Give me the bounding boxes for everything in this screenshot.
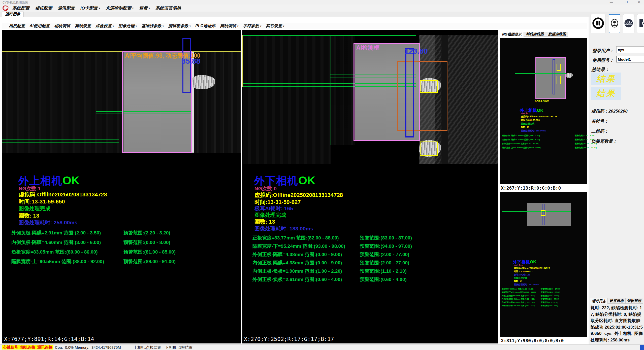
mini-measurement: 隔膜宽度-下=95.24mm 范围:(93.00 - 98.00)	[502, 291, 536, 294]
model-input[interactable]	[616, 56, 644, 62]
dropdown-arrow-icon: ▾	[113, 25, 114, 27]
model-label: 使用型号：	[592, 57, 614, 63]
tool-ai-use-config[interactable]: AI使用配置	[27, 23, 52, 29]
close-button[interactable]: ✕	[634, 0, 644, 5]
toolbar-grip	[3, 24, 5, 28]
mini-measurement: 外侧正极-负极=2.61mm 范围:(0.60 - 4.00)	[502, 304, 535, 307]
total-result-label: 总结果：	[591, 66, 609, 73]
comm-link-status-badge: 通讯连接	[36, 345, 53, 349]
log-tabs: 运行日志 设置日志 错误日志	[590, 298, 643, 304]
restore-button[interactable]: ❐	[621, 0, 631, 5]
mini-measurement: 内侧正极-隔膜=4.38mm 范围:(0.00 - 9.00)	[502, 298, 535, 300]
mini-measurement: 隔膜宽度-上=90.56mm 范围:(88.00 - 92.00)	[502, 146, 541, 149]
roi-box-orange	[397, 61, 447, 131]
menu-item-light-control-config[interactable]: 光源控制配置▾	[103, 5, 136, 11]
view-tab-row	[0, 12, 644, 17]
mini-measure-box-blue	[553, 59, 555, 94]
mini-caption: XX:64 AI:99	[535, 99, 549, 102]
tool-offline-setting[interactable]: 离线设置	[73, 23, 93, 29]
measurement: 外侧正极-隔膜=4.38mm 范围:(0.00 - 9.00)	[252, 251, 342, 258]
exit-button[interactable]	[637, 14, 644, 33]
mini-measurement: 内侧正极-负极=1.90mm 范围:(1.00 - 2.20)	[502, 301, 535, 304]
lower-camera-canvas[interactable]: AI检测框 123.80 外下相机OK NG次数:0 虚拟码:Offline20…	[242, 30, 498, 343]
loop-count: 圈数: 13	[254, 218, 275, 226]
measurement: 外侧负极-隔膜=2.91mm 范围:(2.00 - 3.50)	[11, 230, 101, 236]
menu-item-io-card-config[interactable]: IO卡配置▾	[78, 5, 103, 11]
warn-range: 预警范围:(0.60 - 4.00)	[360, 276, 407, 283]
heartbeat-status-badge: 心跳信号	[2, 345, 19, 349]
dropdown-arrow-icon: ▾	[189, 25, 191, 27]
menu-item-view[interactable]: 查看▾	[136, 5, 153, 11]
menu-item-language-switch[interactable]: 系统语言切换	[153, 5, 184, 11]
measurement: 隔膜宽度-下=95.24mm 范围:(93.00 - 98.00)	[252, 243, 345, 250]
tool-plc-address[interactable]: PLC地址库	[193, 23, 218, 29]
tool-test-item-params[interactable]: 测试项参数▾	[166, 23, 193, 29]
ref-line	[2, 142, 119, 143]
tool-camera-config[interactable]: 相机配置	[7, 23, 27, 29]
ng-preview-upper[interactable]: XX:64 AI:99 外上相机OK NG次数:1 虚拟码:Offline202…	[500, 38, 587, 184]
camera-link-status-badge: 相机连接	[19, 345, 36, 349]
user-group-button[interactable]	[623, 14, 634, 33]
warn-range: 预警范围:(83.00 - 87.00)	[360, 235, 412, 241]
tool-image-process[interactable]: 图像处理▾	[116, 23, 139, 29]
menu-bar: 系统配置 相机配置 通讯配置 IO卡配置▾ 光源控制配置▾ 查看▾ 系统语言切换	[0, 5, 644, 12]
menu-item-comm-config[interactable]: 通讯配置	[55, 5, 78, 11]
mini-ref-line	[502, 209, 571, 209]
dropdown-arrow-icon: ▾	[237, 25, 238, 27]
tool-other-settings[interactable]: 其它设置▾	[264, 23, 286, 29]
mini-warn-range: 预警范围:(2.00 - 77.00)	[541, 298, 559, 300]
warn-range: 预警范围:(0.00 - 8.00)	[123, 239, 170, 246]
ng-count: NG次数:0	[254, 185, 277, 192]
tool-char-params[interactable]: 字符参数▾	[241, 23, 264, 29]
tab-ng-screenshot[interactable]: NG截图显示	[500, 32, 524, 37]
warn-range: 预警范围:(1.10 - 2.10)	[360, 268, 407, 274]
mini-warn-range: 预警范围:(0.60 - 4.00)	[541, 304, 558, 307]
mini-virtual-code: 虚拟码:Offline20250208133134728	[514, 267, 550, 270]
mini-warn-range: 预警范围:(2.20 - 3.20)	[575, 134, 594, 137]
menu-item-system-config[interactable]: 系统配置	[10, 5, 32, 11]
mini-virtual-code: 虚拟码:Offline20250208133134728	[521, 115, 557, 118]
mini-tab-foil	[566, 73, 573, 78]
upper-camera-status: 上相机:点检结束	[134, 345, 161, 350]
tab-run-log[interactable]: 运行日志	[590, 298, 608, 304]
minimize-button[interactable]: —	[606, 0, 616, 5]
upper-camera-canvas[interactable]: AI平均阈值:93, 动态阈值:100 85.88 外上相机OK NG次数:1 …	[2, 30, 241, 343]
baseline-yellow	[2, 51, 241, 52]
dropdown-arrow-icon: ▾	[99, 7, 100, 10]
tool-baseline-params[interactable]: 基准线参数▾	[139, 23, 166, 29]
measure-box-blue	[182, 38, 191, 93]
tool-offline-debug[interactable]: 离线调试▾	[218, 23, 241, 29]
pin-number-label: 卷针号：	[591, 118, 608, 124]
mini-loop-count: 圈数: 13	[514, 280, 522, 283]
ai-elapsed: 极耳AI耗时: 165	[254, 205, 293, 212]
tool-spot-check[interactable]: 点检设置▾	[93, 23, 116, 29]
mini-process-elapsed: 图像处理耗时: 183.00ms	[514, 283, 539, 286]
tab-line-curve[interactable]: 料线曲线图	[524, 32, 546, 37]
tab-box-yellow	[420, 80, 438, 93]
login-user-label: 登录用户：	[592, 48, 614, 54]
pause-button[interactable]	[591, 14, 606, 33]
sidebar-tabs: NG截图显示 料线曲线图 数据曲线图	[500, 32, 568, 37]
tab-error-log[interactable]: 错误日志	[625, 298, 643, 304]
mini-loop-count: 圈数: 13	[521, 126, 529, 129]
tab-data-curve[interactable]: 数据曲线图	[546, 32, 568, 37]
tab-setting-log[interactable]: 设置日志	[608, 298, 625, 304]
mini-electrode-region	[527, 203, 571, 226]
menu-item-camera-config[interactable]: 相机配置	[32, 5, 55, 11]
ng-preview-lower[interactable]: 外下相机OK NG次数:0 虚拟码:Offline202502081331347…	[500, 192, 587, 337]
measure-value-text: 85.88	[181, 57, 200, 65]
tab-foil	[190, 75, 215, 89]
user-login-button[interactable]	[609, 14, 620, 33]
measurement: 正极宽度=83.77mm 范围:(82.00 - 88.00)	[252, 235, 339, 241]
mini-timestamp: 时间:13-31-59-627	[514, 270, 533, 273]
ref-line-vertical	[96, 52, 96, 153]
tool-camera-debug[interactable]: 相机调试	[52, 23, 73, 29]
login-user-input[interactable]	[616, 46, 644, 53]
mini-ng-count: NG次数:1	[521, 112, 530, 115]
mini-process-done: 图像处理完成	[521, 122, 534, 125]
pixel-coords: X:7677;Y:891;R:14;G:14;B:14	[4, 336, 94, 342]
window-title: CYS-视觉检测系统	[3, 1, 28, 5]
user-icon	[609, 17, 620, 30]
tab-run-image[interactable]: 运行图像	[2, 12, 24, 17]
virtual-code: 虚拟码:Offline20250208133134728	[19, 191, 107, 198]
